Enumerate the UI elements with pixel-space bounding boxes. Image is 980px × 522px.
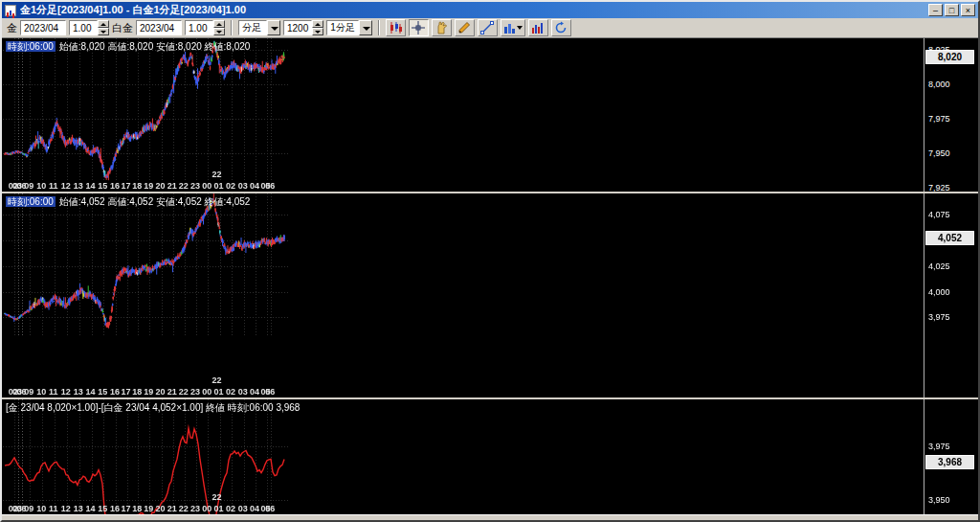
status-bar <box>2 514 978 520</box>
time-label: 22 <box>179 181 189 191</box>
price-tick-label: 3,950 <box>928 495 950 505</box>
gold-contract-field[interactable]: 2023/04 <box>20 20 66 35</box>
date-label: 22 <box>212 492 222 502</box>
trendline-icon <box>480 21 494 34</box>
time-label: 18 <box>132 504 142 513</box>
platinum-ohlc-readout: 時刻:06:00始値:4,052 高値:4,052 安値:4,052 終値:4,… <box>6 195 250 209</box>
time-label: 06 <box>265 504 275 513</box>
platinum-price-axis: 4,0754,0504,0254,0003,9754,052 <box>924 193 978 397</box>
time-label: 02 <box>226 387 235 397</box>
trendline-button[interactable] <box>478 19 498 36</box>
bar-count-down-button[interactable] <box>312 28 323 35</box>
time-label: 00 <box>202 504 212 513</box>
platinum-contract-field[interactable]: 2023/04 <box>136 20 182 35</box>
hand-icon <box>434 21 448 34</box>
time-label: 19 <box>144 504 153 513</box>
histogram-icon <box>531 21 545 34</box>
platinum-time-readout: 時刻:06:00 <box>6 196 56 207</box>
time-label: 17 <box>122 504 131 513</box>
date-label: 22 <box>212 375 222 385</box>
crosshair-button[interactable] <box>409 19 429 36</box>
time-label: 15 <box>98 387 107 397</box>
candlestick-chart-button[interactable] <box>386 19 406 36</box>
time-label: 15 <box>98 504 107 513</box>
gold-price-axis: 8,0258,0007,9757,9507,9258,020 <box>924 38 978 192</box>
spread-chart-canvas[interactable] <box>3 399 290 514</box>
platinum-chart-panel: 時刻:06:00始値:4,052 高値:4,052 安値:4,052 終値:4,… <box>2 193 978 397</box>
time-label: 09 <box>24 181 33 191</box>
last-price-badge: 4,052 <box>925 231 974 245</box>
time-label: 15 <box>98 181 107 191</box>
price-tick-label: 4,025 <box>928 261 950 271</box>
gold-label: 金 <box>7 21 17 35</box>
price-tick-label: 4,075 <box>928 210 950 219</box>
pencil-button[interactable] <box>455 19 475 36</box>
minimize-button[interactable]: – <box>928 4 943 16</box>
toolbar-separator <box>231 20 233 35</box>
time-label: 21 <box>167 181 177 191</box>
indicator-menu-icon <box>503 21 523 34</box>
time-label: 00 <box>202 387 212 397</box>
time-label: 17 <box>122 181 131 191</box>
time-label: 01 <box>214 181 224 191</box>
time-label: 04 <box>250 181 259 191</box>
time-label: 03 <box>238 387 248 397</box>
time-label: 14 <box>86 387 96 397</box>
refresh-icon <box>554 21 568 34</box>
period-dropdown-arrow[interactable] <box>267 20 280 35</box>
time-label: 03 <box>238 504 248 513</box>
time-label: 13 <box>74 181 83 191</box>
time-label: 03 <box>238 181 248 191</box>
interval-dropdown[interactable]: 1分足 <box>326 20 372 35</box>
chart-area: 時刻:06:00始値:8,020 高値:8,020 安値:8,020 終値:8,… <box>2 38 978 514</box>
time-label: 04 <box>250 504 259 513</box>
spread-formula-values: [金 23/04 8,020×1.00]-[白金 23/04 4,052×1.0… <box>6 402 300 413</box>
indicator-menu-button[interactable] <box>501 19 525 36</box>
gold-ohlc-readout: 時刻:06:00始値:8,020 高値:8,020 安値:8,020 終値:8,… <box>6 40 250 54</box>
histogram-button[interactable] <box>528 19 548 36</box>
time-label: 20 <box>156 181 166 191</box>
window-controls: – □ × <box>928 4 975 16</box>
app-window: 金1分足[2023/04]1.00 - 白金1分足[2023/04]1.00 –… <box>0 0 980 522</box>
time-label: 00 <box>202 181 212 191</box>
time-label: 14 <box>86 181 96 191</box>
maximize-button[interactable]: □ <box>945 4 959 16</box>
time-label: 16 <box>110 181 120 191</box>
gold-multiplier-down-button[interactable] <box>98 28 109 35</box>
close-button[interactable]: × <box>961 4 975 16</box>
platinum-multiplier-up-button[interactable] <box>213 20 225 28</box>
gold-chart-canvas[interactable] <box>3 38 290 182</box>
platinum-label: 白金 <box>112 21 133 35</box>
bar-count-value[interactable]: 1200 <box>283 20 312 35</box>
interval-dropdown-arrow[interactable] <box>359 20 372 35</box>
time-label: 10 <box>36 504 46 513</box>
time-label: 21 <box>167 504 177 513</box>
gold-multiplier-up-button[interactable] <box>98 20 109 28</box>
gold-multiplier-value[interactable]: 1.00 <box>69 20 98 35</box>
refresh-button[interactable] <box>551 19 571 36</box>
platinum-multiplier-value[interactable]: 1.00 <box>185 20 213 35</box>
price-tick-label: 3,975 <box>928 312 950 322</box>
time-label: 04 <box>250 387 259 397</box>
date-label: 22 <box>212 170 222 179</box>
app-icon <box>5 5 16 16</box>
toolbar: 金 2023/04 1.00 白金 2023/04 1.00 分足 1200 <box>2 18 978 38</box>
spread-readout: [金 23/04 8,020×1.00]-[白金 23/04 4,052×1.0… <box>6 401 300 415</box>
platinum-ohlc-values: 始値:4,052 高値:4,052 安値:4,052 終値:4,052 <box>59 196 251 207</box>
time-label: 17 <box>122 387 131 397</box>
platinum-chart-canvas[interactable] <box>3 193 290 337</box>
hand-button[interactable] <box>432 19 452 36</box>
time-label: 21 <box>167 387 177 397</box>
platinum-multiplier-down-button[interactable] <box>213 28 225 35</box>
time-label: 13 <box>74 387 83 397</box>
time-label: 06 <box>265 387 275 397</box>
title-bar: 金1分足[2023/04]1.00 - 白金1分足[2023/04]1.00 –… <box>2 2 978 18</box>
time-label: 11 <box>49 181 58 191</box>
bar-count-up-button[interactable] <box>312 20 323 28</box>
time-label: 14 <box>86 504 96 513</box>
candlestick-chart-icon <box>389 21 402 34</box>
time-label: 12 <box>61 504 71 513</box>
period-dropdown[interactable]: 分足 <box>238 20 280 35</box>
time-label: 20 <box>156 504 166 513</box>
time-label: 18 <box>132 181 142 191</box>
